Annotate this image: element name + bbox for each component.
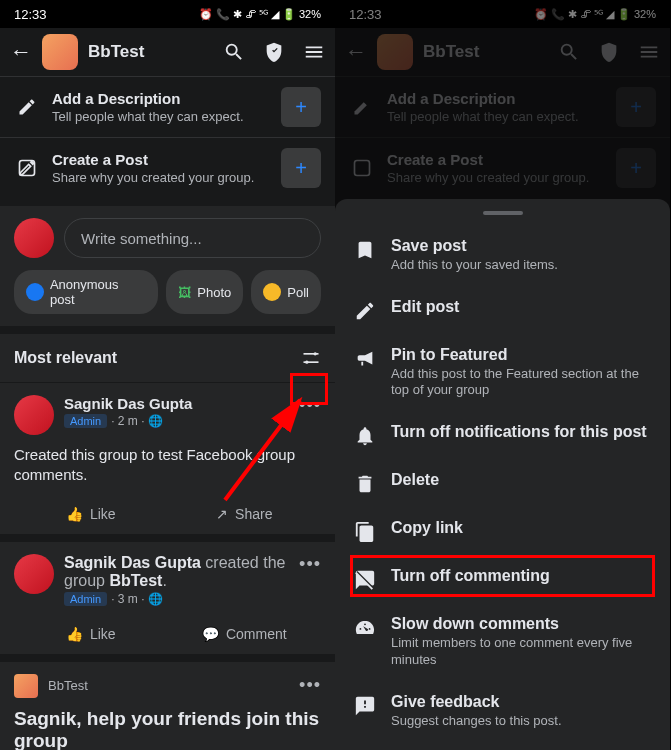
status-time: 12:33 — [14, 7, 47, 22]
setup-post[interactable]: Create a Post Share why you created your… — [0, 137, 335, 198]
svg-rect-4 — [304, 361, 319, 363]
svg-rect-2 — [304, 353, 319, 355]
post-body: Created this group to test Facebook grou… — [14, 445, 321, 486]
comment-off-icon — [353, 569, 377, 591]
post-time: · 3 m · 🌐 — [111, 592, 163, 606]
setup-post-sub: Share why you created your group. — [52, 170, 269, 185]
like-button[interactable]: 👍 Like — [14, 626, 168, 642]
feedback-icon — [353, 695, 377, 717]
anonymous-chip[interactable]: Anonymous post — [14, 270, 158, 314]
sheet-turn-off-commenting[interactable]: Turn off commenting — [335, 555, 670, 603]
comment-button[interactable]: 💬 Comment — [168, 626, 322, 642]
screen-left: 12:33 ⏰ 📞 ✱ 🖇 ⁵ᴳ ◢ 🔋32% ← BbTest Add a D… — [0, 0, 335, 750]
bookmark-icon — [353, 239, 377, 261]
anon-icon — [26, 283, 44, 301]
write-input[interactable]: Write something... — [64, 218, 321, 258]
suggest-more[interactable]: ••• — [299, 675, 321, 696]
sheet-copy[interactable]: Copy link — [335, 507, 670, 555]
drag-handle[interactable] — [483, 211, 523, 215]
composer: Write something... Anonymous post 🖼Photo… — [0, 206, 335, 326]
suggest-avatar — [14, 674, 38, 698]
pencil-icon — [14, 97, 40, 117]
back-button[interactable]: ← — [10, 39, 32, 65]
post-more-button[interactable]: ••• — [299, 395, 321, 416]
setup-desc-title: Add a Description — [52, 90, 269, 107]
post-1: Sagnik Das Gupta Admin · 2 m · 🌐 ••• Cre… — [0, 383, 335, 534]
post-avatar[interactable] — [14, 395, 54, 435]
bell-icon — [353, 425, 377, 447]
setup-post-title: Create a Post — [52, 151, 269, 168]
photo-chip[interactable]: 🖼Photo — [166, 270, 243, 314]
user-avatar[interactable] — [14, 218, 54, 258]
megaphone-icon — [353, 348, 377, 370]
post-time: · 2 m · 🌐 — [111, 414, 163, 428]
copy-icon — [353, 521, 377, 543]
settings-icon[interactable] — [301, 348, 321, 368]
create-post-button[interactable]: + — [281, 148, 321, 188]
poll-chip[interactable]: Poll — [251, 270, 321, 314]
add-description-button[interactable]: + — [281, 87, 321, 127]
sheet-save[interactable]: Save postAdd this to your saved items. — [335, 225, 670, 286]
screen-right: 12:33 ⏰ 📞 ✱ 🖇 ⁵ᴳ ◢ 🔋32% ← BbTest Add a D… — [335, 0, 670, 750]
trash-icon — [353, 473, 377, 495]
sheet-feedback[interactable]: Give feedbackSuggest changes to this pos… — [335, 681, 670, 750]
share-button[interactable]: ↗ Share — [168, 506, 322, 522]
admin-badge: Admin — [64, 414, 107, 428]
sheet-notifications[interactable]: Turn off notifications for this post — [335, 411, 670, 459]
setup-desc-sub: Tell people what they can expect. — [52, 109, 269, 124]
status-bar: 12:33 ⏰ 📞 ✱ 🖇 ⁵ᴳ ◢ 🔋32% — [0, 0, 335, 28]
post-author[interactable]: Sagnik Das Gupta — [64, 395, 289, 412]
feed-header[interactable]: Most relevant — [0, 334, 335, 382]
shield-icon[interactable] — [263, 41, 285, 63]
suggest-title: Sagnik, help your friends join this grou… — [14, 708, 321, 751]
status-right: ⏰ 📞 ✱ 🖇 ⁵ᴳ ◢ 🔋32% — [199, 8, 321, 21]
sheet-pin[interactable]: Pin to FeaturedAdd this post to the Feat… — [335, 334, 670, 412]
sheet-delete[interactable]: Delete — [335, 459, 670, 507]
photo-icon: 🖼 — [178, 285, 191, 300]
post-avatar[interactable] — [14, 554, 54, 594]
action-sheet: Save postAdd this to your saved items. E… — [335, 199, 670, 750]
poll-icon — [263, 283, 281, 301]
header: ← BbTest — [0, 28, 335, 76]
like-button[interactable]: 👍 Like — [14, 506, 168, 522]
gauge-icon — [353, 617, 377, 639]
group-avatar[interactable] — [42, 34, 78, 70]
admin-badge: Admin — [64, 592, 107, 606]
setup-description[interactable]: Add a Description Tell people what they … — [0, 76, 335, 137]
post-2: Sagnik Das Gupta created the group BbTes… — [0, 542, 335, 654]
suggest-name: BbTest — [48, 678, 289, 693]
menu-icon[interactable] — [303, 41, 325, 63]
sheet-slow-comments[interactable]: Slow down commentsLimit members to one c… — [335, 603, 670, 681]
sheet-edit[interactable]: Edit post — [335, 286, 670, 334]
suggest-card: BbTest ••• Sagnik, help your friends joi… — [0, 662, 335, 751]
feed-sort-label: Most relevant — [14, 349, 117, 367]
header-title[interactable]: BbTest — [88, 42, 213, 62]
search-icon[interactable] — [223, 41, 245, 63]
post-created-text: Sagnik Das Gupta created the group BbTes… — [64, 554, 289, 590]
post-more-button[interactable]: ••• — [299, 554, 321, 575]
compose-icon — [14, 158, 40, 178]
pencil-icon — [353, 300, 377, 322]
